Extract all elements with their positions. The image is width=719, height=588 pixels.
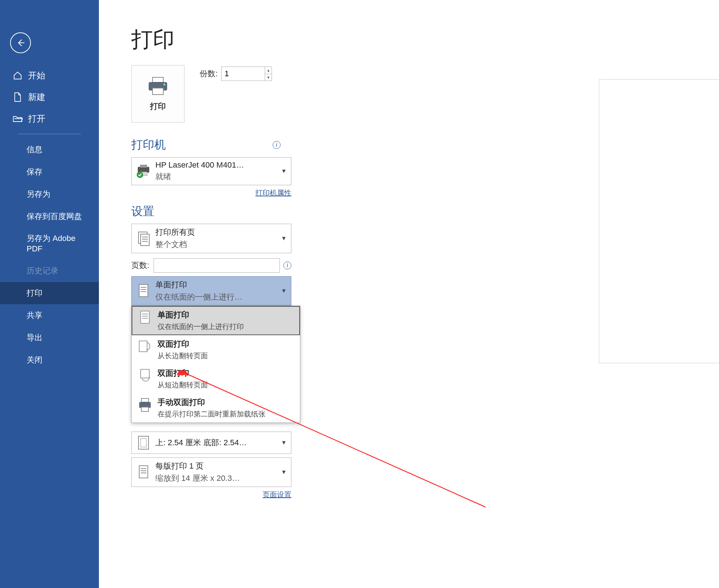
sidebar-item-print[interactable]: 打印 [0, 282, 99, 304]
chevron-down-icon: ▼ [281, 235, 287, 242]
sidebar-item-home[interactable]: 开始 [0, 65, 99, 86]
svg-rect-21 [139, 341, 147, 352]
duplex-combo[interactable]: 单面打印 仅在纸面的一侧上进行… ▼ [131, 276, 291, 306]
page-single-icon [137, 310, 153, 325]
duplex-option-long-edge[interactable]: 双面打印从长边翻转页面 [132, 335, 300, 364]
backstage-sidebar: 开始 新建 打开 信息 保存 另存为 保存到百度网盘 另存为 Adobe PDF… [0, 0, 99, 588]
sidebar-item-save-pdf[interactable]: 另存为 Adobe PDF [0, 228, 99, 260]
svg-rect-2 [153, 88, 163, 95]
copies-label: 份数: [200, 68, 218, 79]
duplex-option-single[interactable]: 单面打印仅在纸面的一侧上进行打印 [132, 306, 300, 335]
sidebar-item-share[interactable]: 共享 [0, 304, 99, 327]
svg-rect-22 [141, 369, 149, 378]
chevron-down-icon: ▼ [281, 439, 287, 446]
svg-rect-9 [141, 234, 149, 246]
page-single-icon [135, 283, 152, 299]
settings-heading: 设置 [131, 204, 154, 219]
copies-input[interactable] [221, 67, 265, 81]
printer-heading: 打印机 [131, 137, 166, 153]
page-icon [135, 464, 152, 480]
sidebar-item-info[interactable]: 信息 [0, 138, 99, 161]
pages-input[interactable] [154, 258, 280, 273]
sidebar-item-open[interactable]: 打开 [0, 108, 99, 129]
sidebar-label: 新建 [28, 91, 45, 103]
duplex-option-short-edge[interactable]: 双面打印从短边翻转页面 [132, 364, 300, 393]
pages-icon [135, 231, 152, 246]
sidebar-label: 打开 [28, 113, 45, 124]
svg-rect-28 [139, 466, 148, 478]
svg-rect-13 [139, 284, 148, 297]
sidebar-item-save-baidu[interactable]: 保存到百度网盘 [0, 205, 99, 228]
sidebar-item-save[interactable]: 保存 [0, 161, 99, 183]
page-setup-link[interactable]: 页面设置 [263, 491, 291, 498]
svg-rect-27 [141, 438, 146, 447]
margins-icon [135, 435, 152, 451]
pages-label: 页数: [131, 260, 149, 271]
copies-spin-up[interactable]: ▲ [265, 67, 272, 74]
svg-point-3 [164, 84, 165, 86]
info-icon[interactable]: i [273, 141, 281, 149]
pages-per-sheet-combo[interactable]: 每版打印 1 页 缩放到 14 厘米 x 20.3… ▼ [131, 457, 291, 487]
print-button-label: 打印 [150, 101, 166, 112]
sidebar-item-saveas[interactable]: 另存为 [0, 183, 99, 205]
print-button[interactable]: 打印 [131, 65, 185, 123]
svg-rect-5 [140, 165, 147, 168]
sidebar-item-export[interactable]: 导出 [0, 327, 99, 349]
sidebar-item-history: 历史记录 [0, 260, 99, 282]
printer-properties-link[interactable]: 打印机属性 [255, 189, 291, 197]
copies-spin-down[interactable]: ▼ [265, 74, 272, 81]
svg-rect-0 [153, 77, 163, 82]
sidebar-label: 开始 [28, 70, 45, 81]
sidebar-item-close[interactable]: 关闭 [0, 349, 99, 371]
chevron-down-icon: ▼ [281, 288, 287, 294]
back-button[interactable] [10, 32, 31, 53]
svg-rect-23 [141, 398, 149, 402]
sidebar-divider [18, 134, 81, 134]
printer-name: HP LaserJet 400 M401… [155, 160, 279, 170]
print-pane: 打印 打印 份数: ▲ ▼ 打印机 i [99, 0, 719, 588]
folder-open-icon [12, 113, 23, 124]
page-duplex-short-icon [137, 368, 153, 384]
duplex-dropdown: 单面打印仅在纸面的一侧上进行打印 双面打印从长边翻转页面 双面打印从短边翻转页面… [131, 306, 300, 423]
home-icon [12, 70, 23, 81]
printer-status: 就绪 [155, 171, 279, 182]
arrow-left-icon [16, 38, 25, 47]
print-scope-combo[interactable]: 打印所有页 整个文档 ▼ [131, 224, 291, 253]
printer-icon [147, 76, 169, 96]
svg-rect-17 [141, 311, 149, 323]
file-icon [12, 92, 23, 102]
chevron-down-icon: ▼ [281, 168, 287, 174]
chevron-down-icon: ▼ [281, 469, 287, 475]
printer-combo[interactable]: HP LaserJet 400 M401… 就绪 ▼ [131, 157, 291, 185]
sidebar-item-new[interactable]: 新建 [0, 86, 99, 108]
duplex-option-manual[interactable]: 手动双面打印在提示打印第二面时重新加载纸张 [132, 393, 300, 423]
svg-rect-25 [141, 407, 149, 411]
margins-combo[interactable]: 上: 2.54 厘米 底部: 2.54… ▼ [131, 432, 291, 454]
printer-icon [137, 397, 153, 413]
print-preview [599, 79, 719, 363]
page-title: 打印 [131, 25, 719, 54]
page-duplex-long-icon [137, 339, 153, 355]
info-icon[interactable]: i [283, 261, 291, 269]
printer-ready-icon [135, 163, 152, 179]
